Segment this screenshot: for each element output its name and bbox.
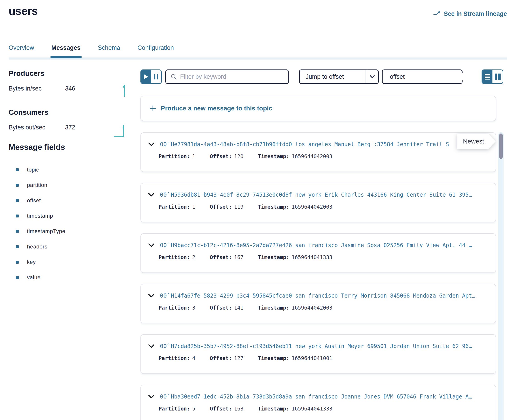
lineage-arrow-icon	[433, 10, 441, 18]
tab-item[interactable]: Configuration	[138, 44, 174, 58]
bytes-in-label: Bytes in/sec	[9, 85, 42, 92]
pause-button[interactable]	[151, 70, 161, 83]
field-label: timestampType	[27, 228, 65, 234]
message-key-value-text: H9bacc71c-b12c-4216-8e95-2a7da727e426 sa…	[171, 242, 489, 248]
message-row[interactable]: 0̂0̂ H14fa67fe-5823-4299-b3c4-595845cfca…	[140, 284, 496, 323]
key-glyphs: 0̂0̂	[160, 242, 167, 248]
lineage-link-label: See in Stream lineage	[444, 10, 507, 17]
pause-icon	[154, 74, 158, 79]
expand-chevron-icon[interactable]	[148, 395, 154, 399]
field-bullet-icon	[16, 168, 19, 171]
field-label: topic	[27, 166, 39, 173]
field-bullet-icon	[16, 199, 19, 202]
offset-search	[382, 69, 462, 84]
expand-chevron-icon[interactable]	[148, 294, 154, 298]
message-row[interactable]: 0̂0̂ Hba30eed7-1edc-452b-8b1a-738d3b5d8a…	[140, 385, 496, 420]
message-field-item[interactable]: value	[16, 270, 65, 285]
tab-item[interactable]: Overview	[9, 44, 34, 58]
message-row[interactable]: 0̂0̂ He77981da-4a43-48ab-b8f8-cb71b96ffd…	[140, 132, 496, 172]
partition-meta: Partition:5	[159, 406, 195, 412]
bytes-in-value: 346	[65, 85, 75, 92]
tabs-underline	[9, 58, 507, 60]
topic-messages-page: users See in Stream lineage Overview Mes…	[0, 0, 516, 420]
list-view-button[interactable]	[482, 70, 493, 83]
field-label: timestamp	[27, 213, 53, 219]
expand-chevron-icon[interactable]	[148, 193, 154, 197]
message-key-value-text: H5936db81-b943-4e0f-8c29-74513e0c0d8f ne…	[171, 192, 489, 198]
expand-chevron-icon[interactable]	[148, 243, 154, 247]
bytes-out-sparkline	[113, 122, 129, 138]
column-view-button[interactable]	[493, 70, 503, 83]
field-label: value	[27, 274, 40, 281]
chevron-down-icon	[366, 75, 378, 78]
expand-chevron-icon[interactable]	[148, 344, 154, 348]
newest-badge-wrap: Newest	[457, 134, 496, 149]
tab-item[interactable]: Messages	[51, 44, 81, 58]
producers-heading: Producers	[9, 69, 44, 78]
message-field-item[interactable]: headers	[16, 239, 65, 254]
jump-to-offset-value: Jump to offset	[300, 73, 366, 80]
message-field-item[interactable]: key	[16, 254, 65, 270]
newest-badge: Newest	[457, 134, 496, 149]
field-bullet-icon	[16, 276, 19, 279]
field-bullet-icon	[16, 245, 19, 248]
offset-meta: Offset:163	[210, 406, 243, 412]
key-glyphs: 0̂0̂	[160, 292, 167, 299]
bytes-in-sparkline	[119, 83, 129, 98]
message-row[interactable]: 0̂0̂ H9bacc71c-b12c-4216-8e95-2a7da727e4…	[140, 233, 496, 273]
expand-chevron-icon[interactable]	[148, 142, 154, 146]
tab-item[interactable]: Schema	[98, 44, 120, 58]
key-glyphs: 0̂0̂	[160, 141, 167, 148]
play-button[interactable]	[141, 70, 151, 83]
offset-search-input[interactable]	[390, 73, 470, 80]
produce-message-button[interactable]: Produce a new message to this topic	[140, 96, 496, 121]
message-field-item[interactable]: timestampType	[16, 224, 65, 239]
partition-meta: Partition:4	[159, 355, 195, 361]
message-key-value-text: H14fa67fe-5823-4299-b3c4-595845cfcae0 sa…	[171, 292, 489, 299]
field-label: headers	[27, 243, 47, 250]
view-mode-toggle	[482, 69, 503, 84]
partition-meta: Partition:3	[159, 305, 195, 311]
play-icon	[144, 74, 149, 79]
offset-meta: Offset:167	[210, 254, 243, 260]
message-field-item[interactable]: topic	[16, 162, 65, 177]
bytes-out-value: 372	[65, 124, 75, 131]
stream-lineage-link[interactable]: See in Stream lineage	[433, 10, 507, 18]
plus-icon	[149, 105, 156, 112]
filter-keyword-input[interactable]	[180, 73, 284, 80]
scrollbar-thumb[interactable]	[499, 134, 503, 159]
field-bullet-icon	[16, 230, 19, 233]
message-fields-heading: Message fields	[9, 142, 65, 152]
messages-list: 0̂0̂ He77981da-4a43-48ab-b8f8-cb71b96ffd…	[140, 132, 496, 420]
key-glyphs: 0̂0̂	[160, 191, 167, 198]
message-row[interactable]: 0̂0̂ H5936db81-b943-4e0f-8c29-74513e0c0d…	[140, 183, 496, 222]
field-bullet-icon	[16, 215, 19, 218]
message-key-value-text: H7cda825b-35b7-4952-88ef-c193d546eb11 ne…	[171, 343, 489, 349]
timestamp-meta: Timestamp:1659644041001	[258, 355, 332, 361]
message-field-item[interactable]: partition	[16, 177, 65, 193]
search-icon	[170, 74, 177, 80]
tab-bar: Overview Messages Schema Configuration	[9, 44, 174, 58]
field-label: offset	[27, 197, 41, 204]
partition-meta: Partition:2	[159, 254, 195, 260]
page-title: users	[9, 5, 38, 18]
message-field-item[interactable]: offset	[16, 193, 65, 208]
scrollbar-track[interactable]	[498, 132, 504, 420]
list-view-icon	[485, 74, 490, 80]
message-key-value-text: He77981da-4a43-48ab-b8f8-cb71b96ffdd0 lo…	[171, 141, 489, 148]
column-view-icon	[495, 74, 501, 80]
field-bullet-icon	[16, 261, 19, 264]
timestamp-meta: Timestamp:1659644042003	[258, 305, 332, 311]
offset-meta: Offset:141	[210, 305, 243, 311]
timestamp-meta: Timestamp:1659644042003	[258, 153, 332, 159]
timestamp-meta: Timestamp:1659644041333	[258, 406, 332, 412]
jump-to-offset-select[interactable]: Jump to offset	[299, 69, 379, 84]
message-row[interactable]: 0̂0̂ H7cda825b-35b7-4952-88ef-c193d546eb…	[140, 334, 496, 374]
consumers-heading: Consumers	[9, 108, 48, 117]
partition-meta: Partition:1	[159, 153, 195, 159]
offset-meta: Offset:127	[210, 355, 243, 361]
message-field-item[interactable]: timestamp	[16, 208, 65, 224]
timestamp-meta: Timestamp:1659644041333	[258, 254, 332, 260]
offset-meta: Offset:120	[210, 153, 243, 159]
field-label: partition	[27, 182, 47, 188]
